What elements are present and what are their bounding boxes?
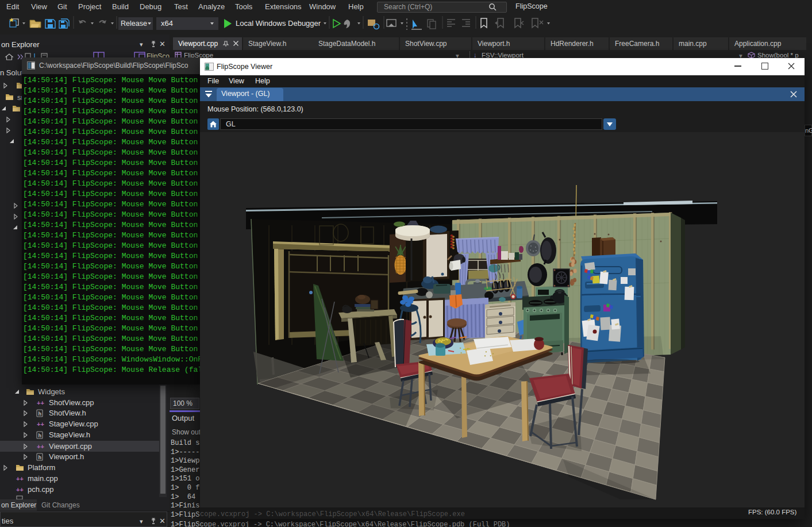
- svg-text:h: h: [39, 433, 42, 438]
- svg-text:++: ++: [37, 421, 44, 428]
- svg-text:n Soluti: n Soluti: [0, 68, 25, 77]
- svg-text:++: ++: [37, 443, 44, 450]
- svg-text:h: h: [39, 411, 42, 417]
- svg-text:++: ++: [16, 486, 24, 493]
- svg-text:++: ++: [37, 399, 44, 406]
- svg-text:Local Windows Debugger: Local Windows Debugger: [236, 19, 321, 28]
- svg-text:h: h: [39, 455, 42, 460]
- svg-text:++: ++: [16, 475, 24, 482]
